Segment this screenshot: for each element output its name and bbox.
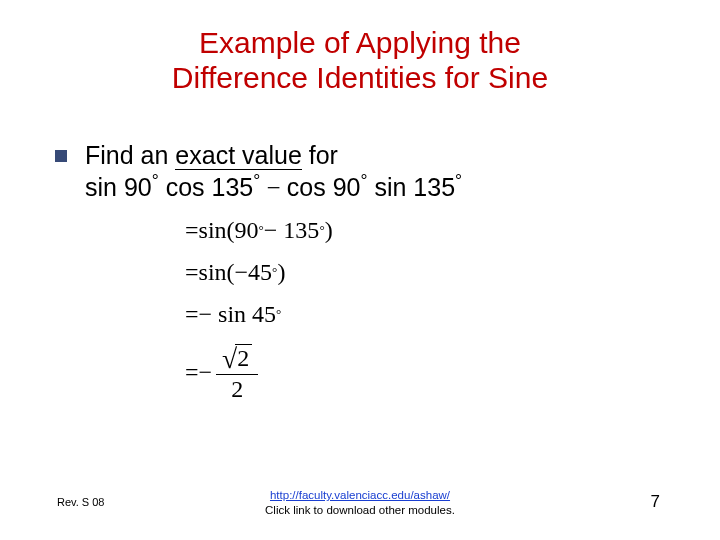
math-step-3: = − sin 45° — [185, 302, 333, 326]
slide: Example of Applying the Difference Ident… — [0, 0, 720, 540]
footer-center: http://faculty.valenciacc.edu/ashaw/ Cli… — [0, 488, 720, 518]
expr-cos90: cos 90 — [287, 174, 361, 202]
s1a: sin(90 — [199, 218, 259, 242]
expr-minus: − — [260, 175, 287, 202]
math-derivation: = sin(90° − 135°) = sin(−45°) = − sin 45… — [185, 218, 333, 419]
s4prefix: − — [199, 360, 213, 384]
deg-3: ° — [361, 171, 368, 191]
fraction: √ 2 2 — [216, 344, 258, 401]
fraction-numerator: √ 2 — [216, 344, 258, 375]
deg-4: ° — [455, 171, 462, 191]
s2a: sin(−45 — [199, 260, 273, 284]
s1b: − 135 — [264, 218, 320, 242]
bullet-lead: Find an — [85, 141, 175, 169]
footer-caption: Click link to download other modules. — [265, 504, 455, 516]
eq-2: = — [185, 260, 199, 284]
page-number: 7 — [651, 492, 660, 512]
eq-1: = — [185, 218, 199, 242]
title-line-1: Example of Applying the — [199, 26, 521, 59]
sqrt: √ 2 — [222, 344, 252, 372]
math-step-1: = sin(90° − 135°) — [185, 218, 333, 242]
radicand: 2 — [235, 344, 252, 371]
expr-cos135: cos 135 — [159, 174, 254, 202]
math-step-4: = − √ 2 2 — [185, 344, 333, 401]
math-step-2: = sin(−45°) — [185, 260, 333, 284]
s3deg: ° — [276, 307, 281, 320]
s1c: ) — [325, 218, 333, 242]
deg-1: ° — [152, 171, 159, 191]
bullet-text: Find an exact value for sin 90° cos 135°… — [85, 140, 462, 204]
bullet-item: Find an exact value for sin 90° cos 135°… — [55, 140, 680, 204]
eq-3: = — [185, 302, 199, 326]
bullet-tail: for — [302, 141, 338, 169]
eq-4: = — [185, 360, 199, 384]
s3a: − sin 45 — [199, 302, 277, 326]
slide-title: Example of Applying the Difference Ident… — [0, 26, 720, 95]
title-line-2: Difference Identities for Sine — [172, 61, 548, 94]
bullet-square-icon — [55, 150, 67, 162]
fraction-denominator: 2 — [216, 375, 258, 401]
s2b: ) — [277, 260, 285, 284]
exact-value-underline: exact value — [175, 141, 301, 170]
radical-icon: √ — [222, 345, 237, 373]
expr-sin90: sin 90 — [85, 174, 152, 202]
expr-sin135: sin 135 — [368, 174, 456, 202]
slide-body: Find an exact value for sin 90° cos 135°… — [55, 140, 680, 204]
footer-link[interactable]: http://faculty.valenciacc.edu/ashaw/ — [270, 489, 450, 501]
